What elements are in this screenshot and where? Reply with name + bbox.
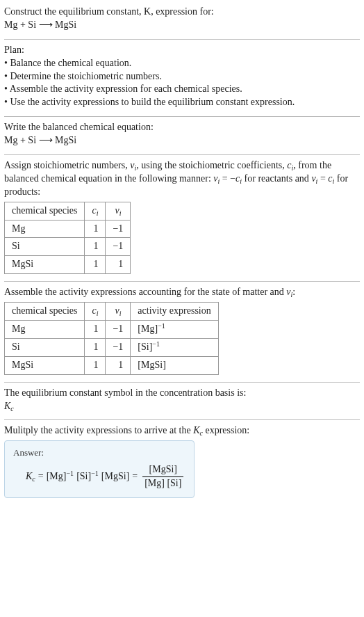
plan-heading: Plan: <box>4 44 360 57</box>
nu: ν <box>115 305 119 316</box>
equals-neg: = − <box>220 173 235 184</box>
answer-intro: Mulitply the activity expressions to arr… <box>4 424 360 438</box>
sub-c: c <box>10 405 13 412</box>
c-i: ci <box>328 173 334 184</box>
sub-i: i <box>134 164 136 172</box>
c: c <box>328 173 332 184</box>
cell-nui: −1 <box>106 338 131 356</box>
cell-species: MgSi <box>5 256 85 274</box>
col-ci: ci <box>85 303 106 321</box>
plan-bullet: • Determine the stoichiometric numbers. <box>4 70 360 83</box>
balanced-section: Write the balanced chemical equation: Mg… <box>4 118 360 153</box>
base: [Mg] <box>47 471 67 481</box>
sub-i: i <box>333 177 335 185</box>
K: K <box>193 425 199 435</box>
term: [MgSi] <box>101 470 129 483</box>
cell-activity: [Mg]−1 <box>131 321 218 339</box>
plan-bullet: • Use the activity expressions to build … <box>4 96 360 109</box>
divider <box>4 39 360 40</box>
sub-i: i <box>97 310 99 317</box>
nu: ν <box>286 287 290 297</box>
table-header-row: chemical species ci νi <box>5 202 131 220</box>
kc-symbol: Kc <box>4 400 360 413</box>
balanced-heading: Write the balanced chemical equation: <box>4 121 360 134</box>
text: for reactants and <box>242 173 311 184</box>
cell-ci: 1 <box>85 356 106 374</box>
nu: ν <box>311 173 315 184</box>
exp: −1 <box>66 470 74 477</box>
cell-species: MgSi <box>5 356 85 374</box>
cell-activity: [MgSi] <box>131 356 218 374</box>
equals: = <box>38 470 44 483</box>
divider <box>4 116 360 117</box>
col-species: chemical species <box>5 202 85 220</box>
cell-activity: [Si]−1 <box>131 338 218 356</box>
text: Assemble the activity expressions accoun… <box>4 287 286 297</box>
fraction: [MgSi] [Mg] [Si] <box>142 463 183 490</box>
cell-species: Mg <box>5 220 85 238</box>
c: c <box>92 205 96 216</box>
base: [Mg] <box>138 323 158 334</box>
prompt-line1: Construct the equilibrium constant, K, e… <box>4 6 360 19</box>
prompt-section: Construct the equilibrium constant, K, e… <box>4 3 360 38</box>
c-i: ci <box>287 160 293 170</box>
col-nui: νi <box>106 303 131 321</box>
divider <box>4 419 360 420</box>
cell-nui: −1 <box>106 220 131 238</box>
c-i: ci <box>235 173 242 184</box>
cell-species: Si <box>5 238 85 256</box>
table-row: MgSi 1 1 [MgSi] <box>5 356 219 374</box>
col-species: chemical species <box>5 303 85 321</box>
cell-ci: 1 <box>85 321 106 339</box>
c: c <box>287 160 291 170</box>
sub-c: c <box>200 429 203 437</box>
activity-section: Assemble the activity expressions accoun… <box>4 283 360 380</box>
cell-nui: −1 <box>106 321 131 339</box>
sub-i: i <box>97 209 99 217</box>
divider <box>4 281 360 282</box>
table-row: Si 1 −1 [Si]−1 <box>5 338 219 356</box>
cell-ci: 1 <box>85 338 106 356</box>
table-row: Si 1 −1 <box>5 238 131 256</box>
c: c <box>92 305 96 316</box>
sub-i: i <box>218 177 220 185</box>
base: [Si] <box>138 342 152 352</box>
table-row: MgSi 1 1 <box>5 256 131 274</box>
text: Assign stoichiometric numbers, <box>4 160 130 170</box>
answer-label: Answer: <box>13 447 185 459</box>
nu-reactants: νi <box>213 173 220 184</box>
sub-i: i <box>316 177 318 185</box>
plan-section: Plan: • Balance the chemical equation. •… <box>4 41 360 115</box>
numerator: [MgSi] <box>142 463 183 477</box>
term: [Mg]−1 <box>47 470 74 483</box>
exp: −1 <box>152 340 160 348</box>
activity-text: Assemble the activity expressions accoun… <box>4 286 360 299</box>
cell-ci: 1 <box>85 238 106 256</box>
text: , using the stoichiometric coefficients, <box>136 160 287 170</box>
stoich-table: chemical species ci νi Mg 1 −1 Si 1 −1 M… <box>4 202 131 275</box>
divider <box>4 154 360 155</box>
K: K <box>4 401 10 411</box>
plan-bullet: • Balance the chemical equation. <box>4 57 360 70</box>
symbol-section: The equilibrium constant symbol in the c… <box>4 384 360 419</box>
Kc: Kc <box>193 425 203 435</box>
prompt-equation: Mg + Si ⟶ MgSi <box>4 19 360 32</box>
cell-nui: −1 <box>106 238 131 256</box>
table-row: Mg 1 −1 <box>5 220 131 238</box>
denominator: [Mg] [Si] <box>142 477 183 490</box>
plan-bullet: • Assemble the activity expression for e… <box>4 83 360 96</box>
stoich-section: Assign stoichiometric numbers, νi, using… <box>4 157 360 280</box>
answer-box: Answer: Kc = [Mg]−1 [Si]−1 [MgSi] = [MgS… <box>4 440 195 497</box>
equals: = <box>317 173 328 184</box>
cell-ci: 1 <box>85 220 106 238</box>
table-row: Mg 1 −1 [Mg]−1 <box>5 321 219 339</box>
cell-nui: 1 <box>106 356 131 374</box>
symbol-text: The equilibrium constant symbol in the c… <box>4 387 360 400</box>
cell-ci: 1 <box>85 256 106 274</box>
kc-expression: Kc = [Mg]−1 [Si]−1 [MgSi] = [MgSi] [Mg] … <box>13 463 185 490</box>
text: : <box>292 287 295 297</box>
equals: = <box>132 470 138 483</box>
sub-i: i <box>119 209 122 217</box>
nu-i: νi <box>130 160 136 170</box>
balanced-equation: Mg + Si ⟶ MgSi <box>4 134 360 147</box>
